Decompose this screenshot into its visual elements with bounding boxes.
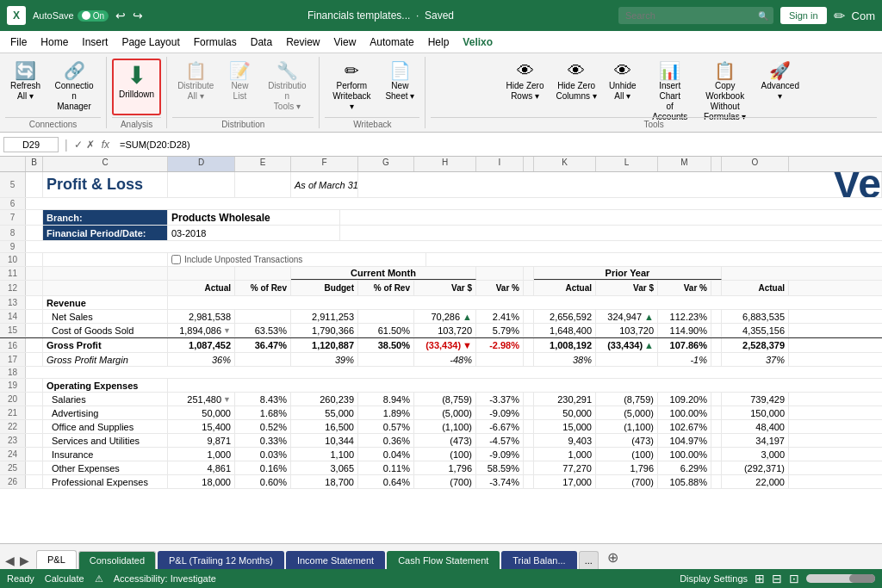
cell-21-d[interactable]: 50,000 — [168, 406, 235, 419]
cell-21-m[interactable]: 100.00% — [658, 406, 711, 419]
cell-20-m[interactable]: 109.20% — [658, 393, 711, 405]
cell-15-o[interactable]: 4,355,156 — [722, 324, 789, 337]
cell-23-c[interactable]: Services and Utilities — [43, 434, 168, 447]
cell-25-m[interactable]: 6.29% — [658, 461, 711, 474]
cell-5-b[interactable] — [26, 172, 43, 197]
formula-input[interactable]: =SUM(D20:D28) — [116, 138, 879, 152]
col-header-h[interactable]: H — [414, 157, 476, 171]
cell-24-l[interactable]: (100) — [596, 448, 658, 461]
cell-26-d[interactable]: 18,000 — [168, 475, 235, 488]
cell-20-c[interactable]: Salaries — [43, 393, 168, 405]
cell-25-o[interactable]: (292,371) — [722, 461, 789, 474]
cell-17-i[interactable] — [476, 353, 524, 366]
cell-16-d[interactable]: 1,087,452 — [168, 338, 235, 352]
menu-data[interactable]: Data — [244, 34, 279, 51]
cell-24-g[interactable]: 0.04% — [358, 448, 414, 461]
cell-26-l[interactable]: (700) — [596, 475, 658, 488]
cell-20-h[interactable]: (8,759) — [414, 393, 476, 405]
cell-24-o[interactable]: 3,000 — [722, 448, 789, 461]
cell-20-g[interactable]: 8.94% — [358, 393, 414, 405]
cell-22-l[interactable]: (1,100) — [596, 420, 658, 433]
cell-17-e[interactable] — [235, 353, 291, 366]
scroll-thumb[interactable] — [849, 574, 875, 583]
cell-22-i[interactable]: -6.67% — [476, 420, 524, 433]
col-header-m[interactable]: M — [658, 157, 711, 171]
cell-16-g[interactable]: 38.50% — [358, 338, 414, 352]
cell-24-h[interactable]: (100) — [414, 448, 476, 461]
cell-14-e[interactable] — [235, 310, 291, 323]
scroll-track[interactable] — [806, 574, 875, 583]
hide-zero-rows-button[interactable]: 👁 Hide ZeroRows ▾ — [501, 59, 550, 115]
menu-insert[interactable]: Insert — [75, 34, 115, 51]
cell-25-h[interactable]: 1,796 — [414, 461, 476, 474]
perform-writeback-button[interactable]: ✏ PerformWriteback ▾ — [325, 59, 378, 115]
cell-5-c[interactable]: Profit & Loss — [43, 172, 168, 197]
cell-22-g[interactable]: 0.57% — [358, 420, 414, 433]
signin-button[interactable]: Sign in — [780, 7, 827, 24]
menu-view[interactable]: View — [327, 34, 363, 51]
tab-cash-flow[interactable]: Cash Flow Statement — [387, 551, 500, 569]
cell-14-o[interactable]: 6,883,535 — [722, 310, 789, 323]
cell-26-f[interactable]: 18,700 — [291, 475, 358, 488]
cell-26-m[interactable]: 105.88% — [658, 475, 711, 488]
new-list-button[interactable]: 📝 NewList — [220, 59, 258, 115]
cell-20-l[interactable]: (8,759) — [596, 393, 658, 405]
cell-23-o[interactable]: 34,197 — [722, 434, 789, 447]
cell-16-l[interactable]: (33,434) ▲ — [596, 338, 658, 352]
col-header-b[interactable]: B — [26, 157, 43, 171]
insert-chart-button[interactable]: 📊 Insert Chartof Accounts — [643, 59, 697, 115]
cell-26-o[interactable]: 22,000 — [722, 475, 789, 488]
cell-14-i[interactable]: 2.41% — [476, 310, 524, 323]
unposted-transactions-checkbox[interactable] — [171, 255, 181, 264]
cell-21-e[interactable]: 1.68% — [235, 406, 291, 419]
cell-22-f[interactable]: 16,500 — [291, 420, 358, 433]
cell-8-c[interactable]: Financial Period/Date: — [43, 226, 168, 240]
cell-15-f[interactable]: 1,790,366 — [291, 324, 358, 337]
cell-23-e[interactable]: 0.33% — [235, 434, 291, 447]
cell-22-o[interactable]: 48,400 — [722, 420, 789, 433]
cell-17-k[interactable]: 38% — [534, 353, 596, 366]
cell-16-h[interactable]: (33,434) ▼ — [414, 338, 476, 352]
cell-16-o[interactable]: 2,528,379 — [722, 338, 789, 352]
cell-15-e[interactable]: 63.53% — [235, 324, 291, 337]
cell-25-d[interactable]: 4,861 — [168, 461, 235, 474]
cell-25-e[interactable]: 0.16% — [235, 461, 291, 474]
unhide-all-button[interactable]: 👁 UnhideAll ▾ — [604, 59, 642, 115]
drilldown-button[interactable]: ⬇ Drilldown — [112, 59, 161, 115]
tab-more[interactable]: ... — [579, 551, 599, 569]
cell-14-k[interactable]: 2,656,592 — [534, 310, 596, 323]
search-input[interactable] — [618, 7, 773, 24]
cell-22-k[interactable]: 15,000 — [534, 420, 596, 433]
distribution-tools-button[interactable]: 🔧 DistributionTools ▾ — [260, 59, 314, 115]
cell-21-c[interactable]: Advertising — [43, 406, 168, 419]
cell-26-e[interactable]: 0.60% — [235, 475, 291, 488]
copy-workbook-button[interactable]: 📋 Copy WorkbookWithout Formulas ▾ — [699, 59, 752, 115]
cell-21-k[interactable]: 50,000 — [534, 406, 596, 419]
undo-icon[interactable]: ↩ — [115, 9, 126, 22]
menu-home[interactable]: Home — [34, 34, 75, 51]
pen-icon[interactable]: ✏ — [834, 8, 845, 24]
cell-7-c[interactable]: Branch: — [43, 210, 168, 225]
cell-22-c[interactable]: Office and Supplies — [43, 420, 168, 433]
cell-23-i[interactable]: -4.57% — [476, 434, 524, 447]
cell-23-k[interactable]: 9,403 — [534, 434, 596, 447]
col-header-k[interactable]: K — [534, 157, 596, 171]
cell-21-i[interactable]: -9.09% — [476, 406, 524, 419]
cell-14-h[interactable]: 70,286 ▲ — [414, 310, 476, 323]
cell-15-m[interactable]: 114.90% — [658, 324, 711, 337]
cell-15-k[interactable]: 1,648,400 — [534, 324, 596, 337]
cell-24-f[interactable]: 1,100 — [291, 448, 358, 461]
cell-16-i[interactable]: -2.98% — [476, 338, 524, 352]
cell-17-d[interactable]: 36% — [168, 353, 235, 366]
cell-14-c[interactable]: Net Sales — [43, 310, 168, 323]
refresh-button[interactable]: 🔄 RefreshAll ▾ — [5, 59, 46, 115]
cell-16-c[interactable]: Gross Profit — [43, 338, 168, 352]
cell-20-f[interactable]: 260,239 — [291, 393, 358, 405]
col-header-l[interactable]: L — [596, 157, 658, 171]
cell-26-k[interactable]: 17,000 — [534, 475, 596, 488]
new-sheet-button[interactable]: 📄 NewSheet ▾ — [380, 59, 419, 115]
redo-icon[interactable]: ↪ — [133, 9, 143, 22]
cell-16-k[interactable]: 1,008,192 — [534, 338, 596, 352]
cell-26-h[interactable]: (700) — [414, 475, 476, 488]
cell-25-k[interactable]: 77,270 — [534, 461, 596, 474]
